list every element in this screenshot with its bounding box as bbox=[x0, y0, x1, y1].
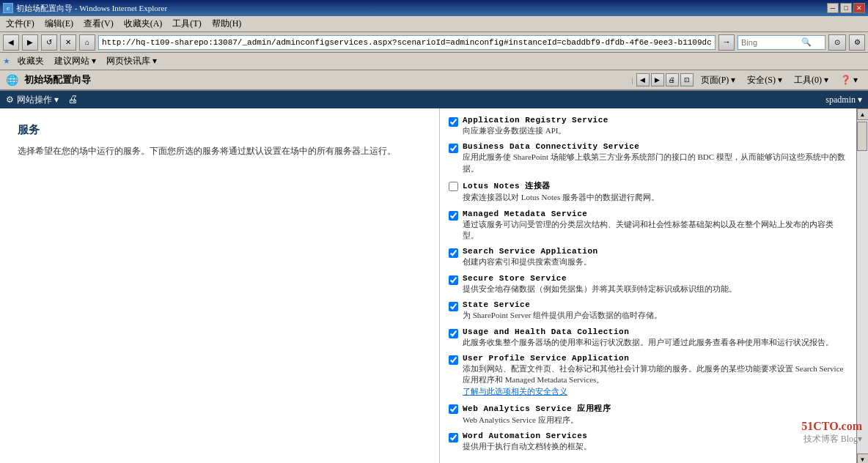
service-content: Word Automation Services提供用于执行自动文档转换的框架。 bbox=[463, 431, 847, 452]
stop-button[interactable]: ✕ bbox=[60, 34, 76, 51]
site-actions-label: 网站操作 ▾ bbox=[17, 94, 59, 106]
service-desc: 创建内容索引和提供搜索查询服务。 bbox=[463, 256, 847, 267]
left-panel: 服务 选择希望在您的场中运行的服务。下面您所选的服务将通过默认设置在场中的所有服… bbox=[0, 108, 440, 463]
ie-page-icon: 🌐 bbox=[6, 74, 18, 86]
services-panel: Application Registry Service向应兼容业务数据连接 A… bbox=[440, 108, 856, 463]
window-controls[interactable]: ─ □ ✕ bbox=[827, 3, 865, 13]
service-desc: 搜索连接器以对 Lotus Notes 服务器中的数据进行爬网。 bbox=[463, 192, 847, 203]
service-checkbox-3[interactable] bbox=[449, 211, 458, 221]
page-toolbar: 🌐 初始场配置向导 | ◀ ▶ 🖨 ⊡ 页面(P) ▾ 安全(S) ▾ 工具(0… bbox=[0, 70, 868, 91]
service-content: Secure Store Service提供安全地存储数据（例如凭据集）并将其关… bbox=[463, 274, 847, 295]
back-button[interactable]: ◀ bbox=[3, 34, 19, 51]
service-item: Usage and Health Data Collection此服务收集整个服… bbox=[449, 327, 847, 348]
service-checkbox-5[interactable] bbox=[449, 275, 458, 285]
service-name: Usage and Health Data Collection bbox=[463, 327, 847, 336]
service-checkbox-4[interactable] bbox=[449, 248, 458, 258]
service-item: Managed Metadata Service通过该服务可访问受管理的分类层次… bbox=[449, 210, 847, 242]
menu-view[interactable]: 查看(V) bbox=[79, 16, 118, 32]
user-menu-button[interactable]: spadmin ▾ bbox=[825, 95, 862, 105]
service-item: State Service为 SharePoint Server 组件提供用户会… bbox=[449, 300, 847, 321]
service-desc: 提供安全地存储数据（例如凭据集）并将其关联到特定标识或标识组的功能。 bbox=[463, 284, 847, 295]
forward-button[interactable]: ▶ bbox=[22, 34, 38, 51]
service-checkbox-2[interactable] bbox=[449, 182, 458, 191]
service-content: User Profile Service Application添加到网站、配置… bbox=[463, 354, 847, 397]
service-checkbox-9[interactable] bbox=[449, 404, 458, 414]
search-box: 🔍 bbox=[738, 35, 825, 50]
search-icon[interactable]: 🔍 bbox=[801, 37, 812, 47]
printer-icon: 🖨 bbox=[67, 94, 78, 105]
favorites-button[interactable]: 收藏夹 bbox=[15, 53, 47, 69]
go-button[interactable]: → bbox=[718, 34, 735, 51]
service-item: Business Data Connectivity Service应用此服务使… bbox=[449, 142, 847, 174]
scroll-up-button[interactable]: ▲ bbox=[857, 108, 869, 120]
service-checkbox-1[interactable] bbox=[449, 144, 458, 153]
service-item: Secure Store Service提供安全地存储数据（例如凭据集）并将其关… bbox=[449, 274, 847, 295]
service-checkbox-0[interactable] bbox=[449, 117, 458, 127]
site-actions-button[interactable]: ⚙ 网站操作 ▾ 🖨 bbox=[6, 94, 78, 106]
service-desc: 提供用于执行自动文档转换的框架。 bbox=[463, 441, 847, 452]
page-nav-prev[interactable]: ◀ bbox=[636, 73, 650, 86]
tools-menu-button[interactable]: 工具(0) ▾ bbox=[790, 73, 833, 88]
service-content: State Service为 SharePoint Server 组件提供用户会… bbox=[463, 300, 847, 321]
service-content: Web Analytics Service 应用程序Web Analytics … bbox=[463, 403, 847, 426]
close-button[interactable]: ✕ bbox=[853, 3, 865, 13]
service-desc: Web Analytics Service 应用程序。 bbox=[463, 415, 847, 426]
help-menu-button[interactable]: ❓ ▾ bbox=[836, 73, 862, 87]
scrollbar[interactable]: ▲ ▼ bbox=[856, 108, 868, 463]
menu-file[interactable]: 文件(F) bbox=[1, 16, 39, 32]
search-input[interactable] bbox=[741, 38, 800, 47]
page-menu-button[interactable]: 页面(P) ▾ bbox=[696, 73, 740, 88]
security-menu-button[interactable]: 安全(S) ▾ bbox=[743, 73, 787, 88]
minimize-button[interactable]: ─ bbox=[827, 3, 839, 13]
menu-edit[interactable]: 编辑(E) bbox=[40, 16, 78, 32]
refresh-button[interactable]: ↺ bbox=[41, 34, 57, 51]
maximize-button[interactable]: □ bbox=[840, 3, 852, 13]
page-toolbar-right: | ◀ ▶ 🖨 ⊡ 页面(P) ▾ 安全(S) ▾ 工具(0) ▾ ❓ ▾ bbox=[632, 73, 862, 88]
section-desc: 选择希望在您的场中运行的服务。下面您所选的服务将通过默认设置在场中的所有服务器上… bbox=[18, 144, 422, 158]
tools-icon-button[interactable]: ⚙ bbox=[849, 34, 865, 51]
favorites-bar: ★ 收藏夹 建议网站 ▾ 网页快讯库 ▾ bbox=[0, 53, 868, 70]
service-content: Managed Metadata Service通过该服务可访问受管理的分类层次… bbox=[463, 210, 847, 242]
scroll-down-button[interactable]: ▼ bbox=[857, 453, 869, 463]
menu-tools[interactable]: 工具(T) bbox=[168, 16, 205, 32]
favorites-star-icon: ★ bbox=[3, 56, 10, 66]
user-label: spadmin ▾ bbox=[825, 95, 862, 105]
page-nav-next[interactable]: ▶ bbox=[651, 73, 664, 86]
service-checkbox-7[interactable] bbox=[449, 329, 458, 338]
service-link[interactable]: 了解与此选项相关的安全含义 bbox=[463, 387, 567, 396]
menu-help[interactable]: 帮助(H) bbox=[207, 16, 246, 32]
home-button[interactable]: ⌂ bbox=[79, 34, 95, 51]
site-actions-icon: ⚙ bbox=[6, 95, 14, 105]
service-desc: 此服务收集整个服务器场的使用率和运行状况数据。用户可通过此服务查看各种使用率和运… bbox=[463, 337, 847, 348]
address-input[interactable] bbox=[98, 35, 716, 50]
service-name: Search Service Application bbox=[463, 247, 847, 256]
web-slice-button[interactable]: 网页快讯库 ▾ bbox=[103, 53, 160, 69]
menu-bar: 文件(F) 编辑(E) 查看(V) 收藏夹(A) 工具(T) 帮助(H) bbox=[0, 16, 868, 32]
service-desc: 添加到网站、配置文件页、社会标记和其他社会计算功能的服务。此服务的某些功能要求设… bbox=[463, 363, 847, 386]
service-name: Lotus Notes 连接器 bbox=[463, 180, 847, 191]
service-item: Lotus Notes 连接器搜索连接器以对 Lotus Notes 服务器中的… bbox=[449, 180, 847, 203]
service-content: Application Registry Service向应兼容业务数据连接 A… bbox=[463, 116, 847, 136]
service-checkbox-8[interactable] bbox=[449, 355, 458, 365]
menu-favorites[interactable]: 收藏夹(A) bbox=[119, 16, 167, 32]
scroll-thumb[interactable] bbox=[857, 122, 867, 151]
service-checkbox-6[interactable] bbox=[449, 302, 458, 311]
title-bar: e 初始场配置向导 - Windows Internet Explorer ─ … bbox=[0, 0, 868, 16]
service-checkbox-10[interactable] bbox=[449, 433, 458, 442]
service-desc: 应用此服务使 SharePoint 场能够上载第三方业务系统部门的接口的 BDC… bbox=[463, 152, 847, 174]
service-name: Secure Store Service bbox=[463, 274, 847, 283]
top-nav: ⚙ 网站操作 ▾ 🖨 spadmin ▾ bbox=[0, 91, 868, 108]
suggested-sites-button[interactable]: 建议网站 ▾ bbox=[51, 53, 99, 69]
section-title: 服务 bbox=[18, 123, 422, 137]
service-item: Web Analytics Service 应用程序Web Analytics … bbox=[449, 403, 847, 426]
service-name: Word Automation Services bbox=[463, 431, 847, 440]
print-button[interactable]: 🖨 bbox=[666, 73, 679, 86]
service-content: Lotus Notes 连接器搜索连接器以对 Lotus Notes 服务器中的… bbox=[463, 180, 847, 203]
service-item: User Profile Service Application添加到网站、配置… bbox=[449, 354, 847, 397]
window-title: 初始场配置向导 - Windows Internet Explorer bbox=[16, 3, 167, 14]
print-preview-button[interactable]: ⊡ bbox=[680, 73, 694, 86]
page-title: 初始场配置向导 bbox=[24, 73, 626, 86]
service-name: Managed Metadata Service bbox=[463, 210, 847, 218]
ie-icon: e bbox=[3, 3, 13, 13]
compatibility-button[interactable]: ⊙ bbox=[828, 34, 846, 51]
